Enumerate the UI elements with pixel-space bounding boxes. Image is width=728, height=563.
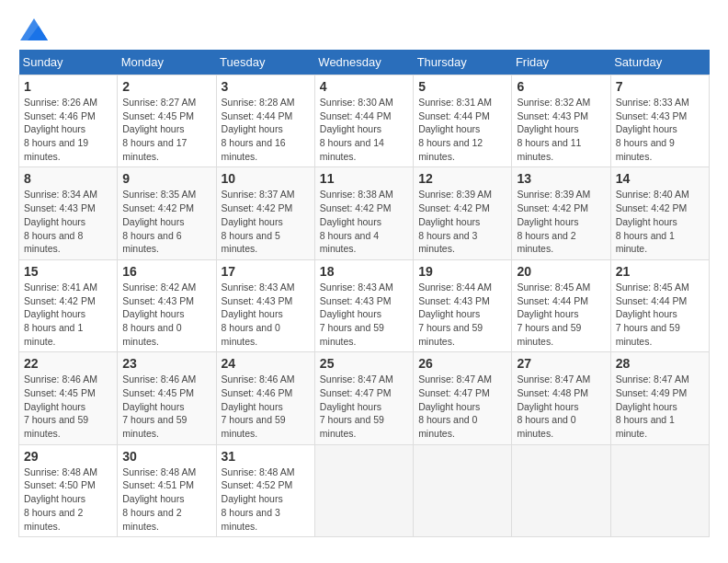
- day-number: 10: [222, 171, 310, 186]
- calendar-cell: 22 Sunrise: 8:46 AM Sunset: 4:45 PM Dayl…: [19, 352, 118, 444]
- day-info: Sunrise: 8:47 AM Sunset: 4:49 PM Dayligh…: [616, 373, 704, 440]
- day-info: Sunrise: 8:47 AM Sunset: 4:48 PM Dayligh…: [517, 373, 605, 440]
- day-number: 11: [320, 171, 408, 186]
- calendar-cell: 25 Sunrise: 8:47 AM Sunset: 4:47 PM Dayl…: [314, 352, 413, 444]
- calendar-cell: 18 Sunrise: 8:43 AM Sunset: 4:43 PM Dayl…: [314, 259, 413, 351]
- calendar-body: 1 Sunrise: 8:26 AM Sunset: 4:46 PM Dayli…: [19, 75, 710, 537]
- calendar-cell: 28 Sunrise: 8:47 AM Sunset: 4:49 PM Dayl…: [610, 352, 709, 444]
- calendar-cell: 9 Sunrise: 8:35 AM Sunset: 4:42 PM Dayli…: [118, 167, 216, 259]
- day-number: 26: [418, 356, 506, 371]
- calendar-cell: 4 Sunrise: 8:30 AM Sunset: 4:44 PM Dayli…: [314, 75, 413, 167]
- calendar-cell: 29 Sunrise: 8:48 AM Sunset: 4:50 PM Dayl…: [19, 444, 118, 536]
- day-number: 14: [616, 171, 704, 186]
- day-info: Sunrise: 8:44 AM Sunset: 4:43 PM Dayligh…: [418, 281, 506, 348]
- day-info: Sunrise: 8:32 AM Sunset: 4:43 PM Dayligh…: [517, 96, 605, 163]
- calendar-cell: 12 Sunrise: 8:39 AM Sunset: 4:42 PM Dayl…: [414, 167, 512, 259]
- calendar-cell: [414, 444, 512, 536]
- day-number: 2: [122, 79, 210, 94]
- calendar-cell: [314, 444, 413, 536]
- day-info: Sunrise: 8:48 AM Sunset: 4:51 PM Dayligh…: [122, 465, 210, 533]
- day-info: Sunrise: 8:46 AM Sunset: 4:46 PM Dayligh…: [222, 373, 310, 440]
- calendar-cell: 8 Sunrise: 8:34 AM Sunset: 4:43 PM Dayli…: [19, 167, 118, 259]
- day-number: 27: [517, 356, 605, 371]
- calendar-cell: 17 Sunrise: 8:43 AM Sunset: 4:43 PM Dayl…: [216, 259, 314, 351]
- column-header-saturday: Saturday: [610, 50, 709, 75]
- calendar-cell: 21 Sunrise: 8:45 AM Sunset: 4:44 PM Dayl…: [610, 259, 709, 351]
- calendar-cell: 27 Sunrise: 8:47 AM Sunset: 4:48 PM Dayl…: [512, 352, 610, 444]
- day-info: Sunrise: 8:45 AM Sunset: 4:44 PM Dayligh…: [517, 281, 605, 348]
- day-info: Sunrise: 8:26 AM Sunset: 4:46 PM Dayligh…: [24, 96, 112, 163]
- calendar-cell: 3 Sunrise: 8:28 AM Sunset: 4:44 PM Dayli…: [216, 75, 314, 167]
- day-info: Sunrise: 8:46 AM Sunset: 4:45 PM Dayligh…: [24, 373, 112, 440]
- day-info: Sunrise: 8:42 AM Sunset: 4:43 PM Dayligh…: [122, 281, 210, 348]
- calendar-header-row: SundayMondayTuesdayWednesdayThursdayFrid…: [19, 50, 710, 75]
- calendar-week-1: 1 Sunrise: 8:26 AM Sunset: 4:46 PM Dayli…: [19, 75, 710, 167]
- day-number: 5: [418, 79, 506, 94]
- day-number: 12: [418, 171, 506, 186]
- calendar-week-4: 22 Sunrise: 8:46 AM Sunset: 4:45 PM Dayl…: [19, 352, 710, 444]
- calendar-cell: 5 Sunrise: 8:31 AM Sunset: 4:44 PM Dayli…: [414, 75, 512, 167]
- day-number: 31: [222, 449, 310, 464]
- day-number: 8: [24, 171, 112, 186]
- day-info: Sunrise: 8:33 AM Sunset: 4:43 PM Dayligh…: [616, 96, 704, 163]
- day-number: 30: [122, 449, 210, 464]
- calendar-cell: 2 Sunrise: 8:27 AM Sunset: 4:45 PM Dayli…: [118, 75, 216, 167]
- column-header-thursday: Thursday: [414, 50, 512, 75]
- calendar-cell: [610, 444, 709, 536]
- calendar-cell: 16 Sunrise: 8:42 AM Sunset: 4:43 PM Dayl…: [118, 259, 216, 351]
- calendar-table: SundayMondayTuesdayWednesdayThursdayFrid…: [18, 50, 710, 537]
- calendar-cell: 24 Sunrise: 8:46 AM Sunset: 4:46 PM Dayl…: [216, 352, 314, 444]
- day-info: Sunrise: 8:39 AM Sunset: 4:42 PM Dayligh…: [517, 188, 605, 255]
- calendar-week-3: 15 Sunrise: 8:41 AM Sunset: 4:42 PM Dayl…: [19, 259, 710, 351]
- calendar-cell: 6 Sunrise: 8:32 AM Sunset: 4:43 PM Dayli…: [512, 75, 610, 167]
- day-number: 29: [24, 449, 112, 464]
- day-number: 25: [320, 356, 408, 371]
- column-header-tuesday: Tuesday: [216, 50, 314, 75]
- day-info: Sunrise: 8:46 AM Sunset: 4:45 PM Dayligh…: [122, 373, 210, 440]
- calendar-cell: 30 Sunrise: 8:48 AM Sunset: 4:51 PM Dayl…: [118, 444, 216, 536]
- day-info: Sunrise: 8:34 AM Sunset: 4:43 PM Dayligh…: [24, 188, 112, 255]
- column-header-monday: Monday: [118, 50, 216, 75]
- day-info: Sunrise: 8:48 AM Sunset: 4:50 PM Dayligh…: [24, 465, 112, 533]
- day-number: 21: [616, 264, 704, 279]
- day-info: Sunrise: 8:43 AM Sunset: 4:43 PM Dayligh…: [320, 281, 408, 348]
- day-info: Sunrise: 8:48 AM Sunset: 4:52 PM Dayligh…: [222, 465, 310, 533]
- day-number: 15: [24, 264, 112, 279]
- day-number: 17: [222, 264, 310, 279]
- day-number: 7: [616, 79, 704, 94]
- day-info: Sunrise: 8:47 AM Sunset: 4:47 PM Dayligh…: [320, 373, 408, 440]
- calendar-cell: 23 Sunrise: 8:46 AM Sunset: 4:45 PM Dayl…: [118, 352, 216, 444]
- day-number: 23: [122, 356, 210, 371]
- day-number: 1: [24, 79, 112, 94]
- day-info: Sunrise: 8:30 AM Sunset: 4:44 PM Dayligh…: [320, 96, 408, 163]
- logo-icon: [20, 18, 48, 40]
- calendar-cell: 20 Sunrise: 8:45 AM Sunset: 4:44 PM Dayl…: [512, 259, 610, 351]
- day-number: 28: [616, 356, 704, 371]
- calendar-cell: 11 Sunrise: 8:38 AM Sunset: 4:42 PM Dayl…: [314, 167, 413, 259]
- calendar-cell: 7 Sunrise: 8:33 AM Sunset: 4:43 PM Dayli…: [610, 75, 709, 167]
- day-number: 13: [517, 171, 605, 186]
- calendar-cell: 14 Sunrise: 8:40 AM Sunset: 4:42 PM Dayl…: [610, 167, 709, 259]
- day-info: Sunrise: 8:40 AM Sunset: 4:42 PM Dayligh…: [616, 188, 704, 255]
- day-info: Sunrise: 8:43 AM Sunset: 4:43 PM Dayligh…: [222, 281, 310, 348]
- day-number: 6: [517, 79, 605, 94]
- calendar-cell: 19 Sunrise: 8:44 AM Sunset: 4:43 PM Dayl…: [414, 259, 512, 351]
- page-header: [18, 18, 710, 40]
- day-number: 9: [122, 171, 210, 186]
- day-number: 16: [122, 264, 210, 279]
- calendar-cell: 15 Sunrise: 8:41 AM Sunset: 4:42 PM Dayl…: [19, 259, 118, 351]
- day-number: 22: [24, 356, 112, 371]
- column-header-wednesday: Wednesday: [314, 50, 413, 75]
- calendar-cell: 1 Sunrise: 8:26 AM Sunset: 4:46 PM Dayli…: [19, 75, 118, 167]
- calendar-cell: 13 Sunrise: 8:39 AM Sunset: 4:42 PM Dayl…: [512, 167, 610, 259]
- day-number: 3: [222, 79, 310, 94]
- day-number: 4: [320, 79, 408, 94]
- calendar-cell: 26 Sunrise: 8:47 AM Sunset: 4:47 PM Dayl…: [414, 352, 512, 444]
- day-info: Sunrise: 8:38 AM Sunset: 4:42 PM Dayligh…: [320, 188, 408, 255]
- day-number: 19: [418, 264, 506, 279]
- calendar-cell: 10 Sunrise: 8:37 AM Sunset: 4:42 PM Dayl…: [216, 167, 314, 259]
- logo: [18, 18, 48, 40]
- day-number: 24: [222, 356, 310, 371]
- day-info: Sunrise: 8:37 AM Sunset: 4:42 PM Dayligh…: [222, 188, 310, 255]
- day-info: Sunrise: 8:27 AM Sunset: 4:45 PM Dayligh…: [122, 96, 210, 163]
